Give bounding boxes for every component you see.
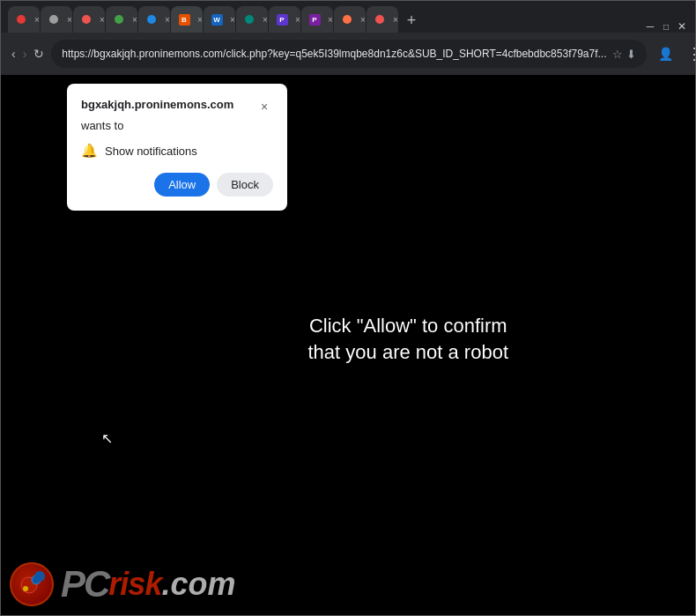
toolbar-right: 👤 ⋮ — [654, 41, 697, 66]
pcrisk-svg-icon — [19, 571, 45, 597]
forward-button[interactable]: › — [23, 41, 27, 66]
allow-button[interactable]: Allow — [154, 173, 210, 197]
url-bar[interactable]: https://bgxakjqh.proninemons.com/click.p… — [51, 40, 646, 68]
svg-point-0 — [21, 577, 37, 593]
back-button[interactable]: ‹ — [11, 41, 16, 66]
notification-popup: bgxakjqh.proninemons.com × wants to 🔔 Sh… — [67, 84, 287, 211]
popup-close-button[interactable]: × — [255, 98, 273, 115]
tab-1[interactable]: × — [8, 6, 40, 33]
permission-label: Show notifications — [105, 145, 197, 158]
window-controls: ─ □ ✕ — [644, 20, 688, 33]
tab-10[interactable]: P × — [301, 6, 333, 33]
svg-point-2 — [23, 586, 28, 591]
tabs-container: × × × × — [8, 6, 644, 33]
page-main-text: Click "Allow" to confirm that you are no… — [308, 313, 509, 367]
popup-header: bgxakjqh.proninemons.com × — [81, 98, 273, 115]
tab-8[interactable]: × — [236, 6, 268, 33]
page-text-line2: that you are not a robot — [308, 339, 509, 367]
maximize-button[interactable]: □ — [660, 20, 672, 33]
page-text-line1: Click "Allow" to confirm — [308, 313, 509, 340]
pcrisk-pc-text: PC — [61, 563, 108, 605]
block-button[interactable]: Block — [217, 173, 273, 197]
url-text: https://bgxakjqh.proninemons.com/click.p… — [62, 48, 606, 60]
close-button[interactable]: ✕ — [676, 20, 688, 33]
new-tab-button[interactable]: + — [399, 8, 424, 33]
tab-9-favicon: P — [276, 13, 288, 26]
tab-12[interactable]: × — [367, 6, 398, 33]
pcrisk-risk-text: risk — [108, 566, 161, 603]
url-icons: ☆ ⬇ — [612, 48, 636, 61]
tab-5[interactable]: × — [138, 6, 170, 33]
tab-12-favicon — [374, 13, 386, 26]
tab-3-favicon — [80, 13, 93, 26]
menu-button[interactable]: ⋮ — [682, 41, 697, 66]
bell-icon: 🔔 — [81, 143, 98, 159]
tab-8-favicon — [243, 13, 255, 26]
tab-11[interactable]: × — [334, 6, 366, 33]
popup-wants-text: wants to — [81, 119, 273, 132]
tab-9[interactable]: P × — [269, 6, 300, 33]
page-content: bgxakjqh.proninemons.com × wants to 🔔 Sh… — [1, 75, 695, 615]
reload-button[interactable]: ↻ — [33, 41, 44, 66]
pcrisk-watermark: PC risk . com — [10, 562, 235, 606]
tab-7-favicon: W — [211, 13, 223, 26]
pcrisk-dot: . — [161, 566, 170, 603]
download-icon[interactable]: ⬇ — [626, 48, 636, 61]
pcrisk-text: PC risk . com — [61, 563, 235, 605]
tab-11-favicon — [341, 13, 353, 26]
pcrisk-com-text: com — [170, 566, 235, 603]
tab-5-favicon — [145, 13, 158, 26]
address-bar: ‹ › ↻ https://bgxakjqh.proninemons.com/c… — [1, 33, 695, 75]
minimize-button[interactable]: ─ — [644, 20, 656, 33]
tab-7[interactable]: W × — [204, 6, 235, 33]
bookmark-icon[interactable]: ☆ — [612, 48, 623, 61]
browser-window: × × × × — [0, 0, 696, 616]
tab-bar: × × × × — [1, 1, 695, 33]
tab-1-favicon — [15, 13, 27, 26]
popup-domain: bgxakjqh.proninemons.com — [81, 98, 233, 111]
popup-buttons: Allow Block — [81, 173, 273, 197]
tab-2[interactable]: × — [41, 6, 72, 33]
popup-permission-row: 🔔 Show notifications — [81, 143, 273, 159]
mouse-cursor: ↖ — [101, 432, 113, 446]
tab-10-favicon: P — [308, 13, 321, 26]
pcrisk-logo-icon — [10, 562, 54, 606]
tab-6-favicon: B — [178, 13, 190, 26]
tab-4-favicon — [113, 13, 125, 26]
tab-2-favicon — [48, 13, 60, 26]
profile-button[interactable]: 👤 — [654, 41, 678, 66]
tab-3[interactable]: × — [73, 6, 105, 33]
tab-4[interactable]: × — [106, 6, 137, 33]
tab-6-active[interactable]: B × — [171, 6, 203, 33]
svg-point-1 — [32, 575, 41, 584]
